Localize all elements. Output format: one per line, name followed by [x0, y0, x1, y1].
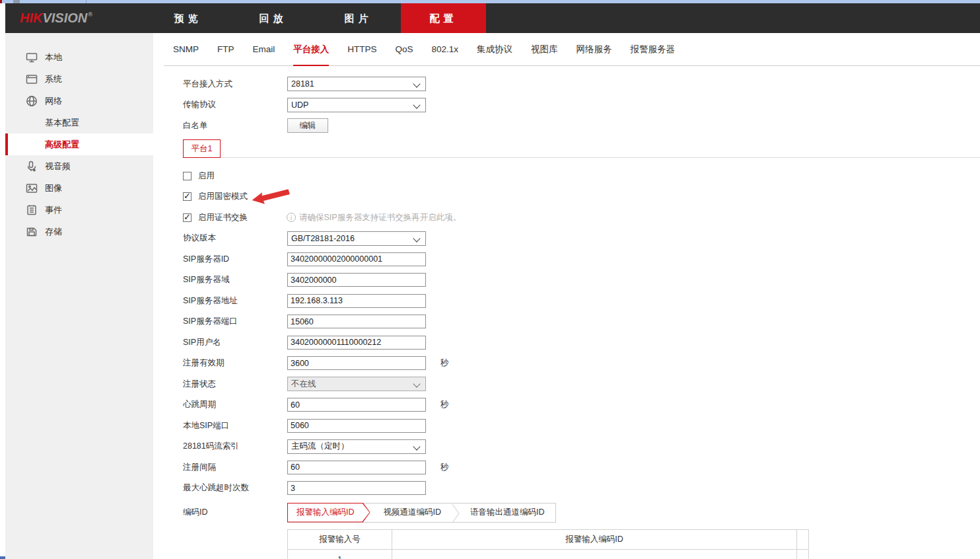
hikvision-logo: HIKVISION®	[20, 3, 92, 33]
col-alarm-input-encode-id: 报警输入编码ID	[392, 530, 797, 549]
sip-server-domain-label: SIP服务器域	[183, 274, 287, 285]
info-icon: i	[287, 213, 296, 222]
sidebar-item-network[interactable]: 网络	[5, 90, 153, 112]
sip-username-input[interactable]	[287, 336, 426, 350]
cert-exchange-hint: i 请确保SIP服务器支持证书交换再开启此项。	[287, 212, 461, 223]
col-spacer	[797, 530, 808, 549]
cert-exchange-checkbox[interactable]	[183, 213, 192, 222]
mic-icon	[25, 160, 38, 172]
enable-checkbox[interactable]	[183, 172, 192, 180]
max-heartbeat-timeout-input[interactable]	[287, 481, 426, 495]
registration-validity-label: 注册有效期	[183, 357, 287, 369]
table-header-row: 报警输入号 报警输入编码ID	[288, 530, 808, 550]
stream-index-select[interactable]: 主码流（定时）	[287, 439, 426, 454]
gm-mode-checkbox[interactable]	[183, 192, 192, 201]
globe-icon	[25, 94, 38, 107]
registration-interval-label: 注册间隔	[183, 462, 287, 473]
chevron-separator-icon	[452, 503, 460, 523]
browser-edge-red	[0, 0, 2, 3]
registration-interval-input[interactable]	[287, 461, 426, 474]
access-mode-select[interactable]: 28181	[287, 77, 426, 91]
sidebar-item-local[interactable]: 本地	[5, 46, 153, 68]
sip-server-id-label: SIP服务器ID	[183, 254, 287, 265]
access-mode-label: 平台接入方式	[183, 79, 287, 90]
sidebar-item-advanced-config[interactable]: 高级配置	[5, 133, 153, 155]
logo-vision: VISION	[42, 11, 87, 26]
sidebar-item-system[interactable]: 系统	[5, 68, 153, 90]
content-area: SNMP FTP Email 平台接入 HTTPS QoS 802.1x 集成协…	[153, 33, 980, 559]
alarm-input-table: 报警输入号 报警输入编码ID 1	[287, 529, 809, 559]
gm-mode-label: 启用国密模式	[198, 191, 248, 202]
transport-protocol-label: 传输协议	[183, 99, 287, 110]
seconds-unit: 秒	[440, 357, 449, 369]
heartbeat-period-input[interactable]	[287, 398, 426, 412]
table-row[interactable]: 1	[288, 550, 808, 559]
tab-alarm-server[interactable]: 报警服务器	[631, 33, 676, 66]
transport-protocol-select[interactable]: UDP	[287, 98, 426, 112]
monitor-icon	[25, 51, 38, 63]
whitelist-label: 白名单	[183, 120, 287, 131]
sidebar-item-audio-video[interactable]: 视音频	[5, 155, 153, 177]
tab-https[interactable]: HTTPS	[347, 33, 376, 66]
protocol-version-select[interactable]: GB/T28181-2016	[287, 231, 426, 246]
encode-tab-audio-output-channel[interactable]: 语音输出通道编码ID	[460, 503, 555, 522]
encode-id-label: 编码ID	[183, 507, 287, 518]
nav-preview[interactable]: 预览	[145, 3, 230, 33]
tab-view-library[interactable]: 视图库	[531, 33, 558, 66]
tab-qos[interactable]: QoS	[396, 33, 413, 66]
sip-server-address-label: SIP服务器地址	[183, 295, 287, 307]
platform1-tab[interactable]: 平台1	[183, 139, 221, 158]
encode-tab-alarm-input[interactable]: 报警输入编码ID	[287, 503, 370, 523]
whitelist-edit-button[interactable]: 编辑	[287, 118, 328, 133]
sidebar-item-image[interactable]: 图像	[5, 177, 153, 199]
event-icon	[25, 204, 38, 216]
window-icon	[25, 73, 38, 85]
sidebar-item-event[interactable]: 事件	[5, 199, 153, 221]
enable-label: 启用	[198, 170, 215, 182]
tab-ftp[interactable]: FTP	[217, 33, 234, 66]
platform-access-form: 平台接入方式 28181 传输协议 UDP 白名单 编辑 平台1 启用 启用国密…	[153, 66, 980, 559]
sip-username-label: SIP用户名	[183, 337, 287, 348]
sip-server-domain-input[interactable]	[287, 273, 426, 287]
logo-registered-mark: ®	[88, 11, 92, 18]
encode-id-tabs: 报警输入编码ID 视频通道编码ID 语音输出通道编码ID	[287, 503, 556, 523]
settings-tabs: SNMP FTP Email 平台接入 HTTPS QoS 802.1x 集成协…	[164, 33, 980, 66]
seconds-unit: 秒	[440, 399, 449, 410]
image-icon	[25, 182, 38, 194]
stream-index-label: 28181码流索引	[183, 441, 287, 452]
tab-email[interactable]: Email	[253, 33, 275, 66]
storage-icon	[25, 225, 38, 238]
cert-exchange-label: 启用证书交换	[198, 212, 287, 223]
sidebar-item-basic-config[interactable]: 基本配置	[5, 112, 153, 133]
platform-tab-bar: 平台1	[183, 139, 980, 158]
encode-tab-video-channel[interactable]: 视频通道编码ID	[370, 503, 452, 522]
registration-validity-input[interactable]	[287, 356, 426, 370]
tab-network-service[interactable]: 网络服务	[577, 33, 612, 66]
local-sip-port-input[interactable]	[287, 419, 426, 433]
tab-snmp[interactable]: SNMP	[173, 33, 199, 66]
col-alarm-input-no: 报警输入号	[288, 530, 392, 549]
seconds-unit: 秒	[440, 462, 449, 473]
sip-server-id-input[interactable]	[287, 252, 426, 266]
logo-hik: HIK	[20, 11, 42, 26]
main-nav: 预览 回放 图片 配置	[145, 3, 486, 33]
sidebar: 本地 系统 网络 基本配置 高级配置 视音频 图像 事件	[5, 33, 153, 559]
protocol-version-label: 协议版本	[183, 233, 287, 244]
nav-configuration[interactable]: 配置	[401, 3, 486, 33]
cell-alarm-input-no: 1	[288, 550, 392, 559]
app-header: HIKVISION® 预览 回放 图片 配置	[5, 3, 980, 33]
cell-alarm-input-encode-id	[392, 550, 797, 559]
sip-server-port-label: SIP服务器端口	[183, 316, 287, 327]
tab-integration-protocol[interactable]: 集成协议	[477, 33, 512, 66]
sip-server-port-input[interactable]	[287, 315, 426, 328]
sip-server-address-input[interactable]	[287, 294, 426, 308]
registration-status-select: 不在线	[287, 377, 426, 391]
local-sip-port-label: 本地SIP端口	[183, 420, 287, 431]
heartbeat-period-label: 心跳周期	[183, 399, 287, 410]
nav-picture[interactable]: 图片	[316, 3, 401, 33]
tab-8021x[interactable]: 802.1x	[432, 33, 459, 66]
sidebar-item-storage[interactable]: 存储	[5, 221, 153, 242]
nav-playback[interactable]: 回放	[230, 3, 316, 33]
tab-platform-access[interactable]: 平台接入	[293, 33, 329, 66]
max-heartbeat-timeout-label: 最大心跳超时次数	[183, 482, 287, 494]
